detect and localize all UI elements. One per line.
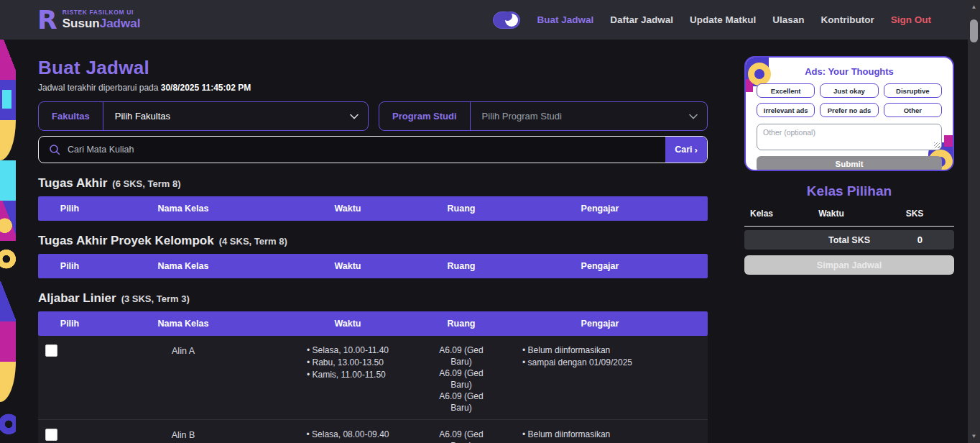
column-header-nama-kelas: Nama Kelas: [101, 204, 265, 214]
ads-option-just-okay[interactable]: Just okay: [820, 83, 878, 98]
fakultas-label: Fakultas: [39, 102, 103, 130]
ads-option-irrelevant-ads[interactable]: Irrelevant ads: [757, 103, 815, 117]
fakultas-value: Pilih Fakultas: [103, 111, 350, 122]
scrollbar-thumb[interactable]: [970, 19, 978, 42]
column-header-pengajar: Pengajar: [492, 261, 708, 271]
course-name: Aljabar Linier: [38, 291, 116, 305]
ads-other-textarea[interactable]: [757, 124, 942, 150]
nav-link-buat-jadwal[interactable]: Buat Jadwal: [537, 14, 593, 25]
search-input[interactable]: [68, 145, 665, 155]
waktu-item: Kamis, 11.00-11.50: [307, 369, 389, 381]
kelas-pilihan-title: Kelas Pilihan: [744, 183, 954, 199]
page-title: Buat Jadwal: [38, 57, 708, 79]
ads-option-other[interactable]: Other: [884, 103, 942, 117]
scroll-down-arrow-icon[interactable]: ▼: [968, 433, 980, 439]
fakultas-select[interactable]: Fakultas Pilih Fakultas: [38, 101, 369, 131]
class-row-alin-b: Alin BSelasa, 08.00-09.40Rabu, 14.00-14.…: [38, 420, 708, 443]
ads-option-prefer-no-ads[interactable]: Prefer no ads: [820, 103, 878, 117]
deco-tile: [0, 80, 16, 120]
pengajar-item: Belum diinformasikan: [522, 344, 708, 357]
brand-app-name-secondary: Jadwal: [100, 17, 141, 30]
program-studi-select[interactable]: Program Studi Pilih Program Studi: [379, 101, 708, 131]
column-header-waktu: Waktu: [265, 204, 430, 214]
ads-submit-button[interactable]: Submit: [757, 156, 942, 171]
chevron-right-icon: ›: [694, 145, 697, 155]
ads-option-excellent[interactable]: Excellent: [757, 83, 815, 98]
nav-link-ulasan[interactable]: Ulasan: [772, 14, 804, 25]
deco-tile: [0, 402, 16, 442]
deco-tile: [0, 120, 16, 160]
right-sidebar: Ads: Your Thoughts ExcellentJust okayDis…: [744, 56, 954, 275]
course-section-tugas-akhir: Tugas Akhir(6 SKS, Term 8)PilihNama Kela…: [38, 176, 708, 221]
course-heading: Aljabar Linier(3 SKS, Term 3): [38, 291, 708, 306]
nav-link-daftar-jadwal[interactable]: Daftar Jadwal: [610, 14, 673, 25]
sign-out-link[interactable]: Sign Out: [891, 14, 931, 25]
table-header-row: PilihNama KelasWaktuRuangPengajar: [38, 254, 708, 278]
column-header-pengajar: Pengajar: [492, 204, 708, 214]
last-updated-text: Jadwal terakhir diperbarui pada 30/8/202…: [38, 83, 708, 93]
class-checkbox[interactable]: [45, 344, 57, 357]
program-studi-label: Program Studi: [379, 102, 471, 130]
pilih-cell: [38, 429, 101, 443]
deco-tile: [0, 160, 16, 201]
ads-option-disruptive[interactable]: Disruptive: [884, 83, 942, 98]
course-meta: (6 SKS, Term 8): [112, 178, 180, 189]
program-studi-placeholder: Pilih Program Studi: [471, 111, 689, 122]
waktu-cell: Selasa, 08.00-09.40Rabu, 14.00-14.50: [265, 429, 430, 443]
course-name: Tugas Akhir Proyek Kelompok: [38, 234, 214, 247]
kelas-columns: KelasWaktuSKS: [744, 209, 954, 227]
ads-options: ExcellentJust okayDisruptiveIrrelevant a…: [757, 83, 942, 117]
column-header-ruang: Ruang: [430, 261, 492, 271]
pengajar-cell: Belum diinformasikansampai dengan 01/09/…: [492, 429, 708, 443]
ads-card-title: Ads: Your Thoughts: [757, 66, 942, 77]
search-button-label: Cari: [675, 145, 692, 155]
waktu-item: Selasa, 10.00-11.40: [307, 344, 389, 357]
waktu-list: Selasa, 08.00-09.40Rabu, 14.00-14.50: [307, 429, 389, 443]
deco-magenta-square: [944, 135, 954, 147]
pengajar-item: sampai dengan 01/09/2025: [522, 357, 708, 369]
nav-link-kontributor[interactable]: Kontributor: [821, 14, 874, 25]
course-name: Tugas Akhir: [38, 176, 107, 190]
kelas-column-waktu: Waktu: [787, 209, 875, 219]
column-header-pilih: Pilih: [38, 204, 101, 214]
total-sks-value: 0: [917, 234, 923, 245]
waktu-item: Selasa, 08.00-09.40: [307, 429, 389, 441]
class-checkbox[interactable]: [45, 429, 57, 441]
deco-tile: [0, 321, 16, 362]
column-header-waktu: Waktu: [265, 261, 430, 271]
class-name: Alin B: [101, 429, 265, 440]
pengajar-item: Belum diinformasikan: [522, 429, 708, 441]
search-button[interactable]: Cari›: [665, 137, 707, 163]
dark-mode-toggle[interactable]: [493, 12, 520, 29]
brand-org: RISTEK FASILKOM UI: [63, 9, 141, 17]
course-meta: (3 SKS, Term 3): [121, 293, 190, 304]
brand[interactable]: R RISTEK FASILKOM UI SusunJadwal: [37, 7, 140, 33]
deco-tile: [0, 201, 16, 241]
nav-right: Buat JadwalDaftar JadwalUpdate MatkulUla…: [493, 12, 931, 29]
deco-tile: [0, 241, 16, 281]
main-content: Buat Jadwal Jadwal terakhir diperbarui p…: [38, 40, 708, 443]
chevron-down-icon: [689, 114, 698, 119]
simpan-jadwal-button[interactable]: Simpan Jadwal: [744, 255, 954, 275]
brand-texts: RISTEK FASILKOM UI SusunJadwal: [63, 9, 141, 30]
course-section-tugas-akhir-proyek-kelompok: Tugas Akhir Proyek Kelompok(4 SKS, Term …: [38, 234, 708, 278]
decorative-side-strip: [0, 40, 16, 443]
course-search-bar: Cari›: [38, 136, 708, 163]
class-row-alin-a: Alin ASelasa, 10.00-11.40Rabu, 13.00-13.…: [38, 336, 708, 420]
filters-row: Fakultas Pilih Fakultas Program Studi Pi…: [38, 101, 708, 131]
ads-textarea-wrap: [757, 124, 942, 150]
nav-links: Buat JadwalDaftar JadwalUpdate MatkulUla…: [537, 14, 874, 25]
column-header-pilih: Pilih: [38, 261, 101, 271]
scroll-up-arrow-icon[interactable]: ▲: [968, 4, 980, 10]
waktu-item: Rabu, 13.00-13.50: [307, 357, 389, 369]
course-heading: Tugas Akhir(6 SKS, Term 8): [38, 176, 708, 191]
brand-app-name-primary: Susun: [63, 17, 100, 30]
kelas-column-sks: SKS: [875, 209, 954, 219]
moon-icon: [505, 14, 518, 27]
nav-link-update-matkul[interactable]: Update Matkul: [690, 14, 756, 25]
table-header-row: PilihNama KelasWaktuRuangPengajar: [38, 311, 708, 336]
search-icon: [49, 144, 60, 155]
resize-handle-icon[interactable]: [934, 142, 940, 148]
vertical-scrollbar[interactable]: ▲ ▼: [968, 0, 980, 443]
column-header-pengajar: Pengajar: [492, 319, 708, 329]
